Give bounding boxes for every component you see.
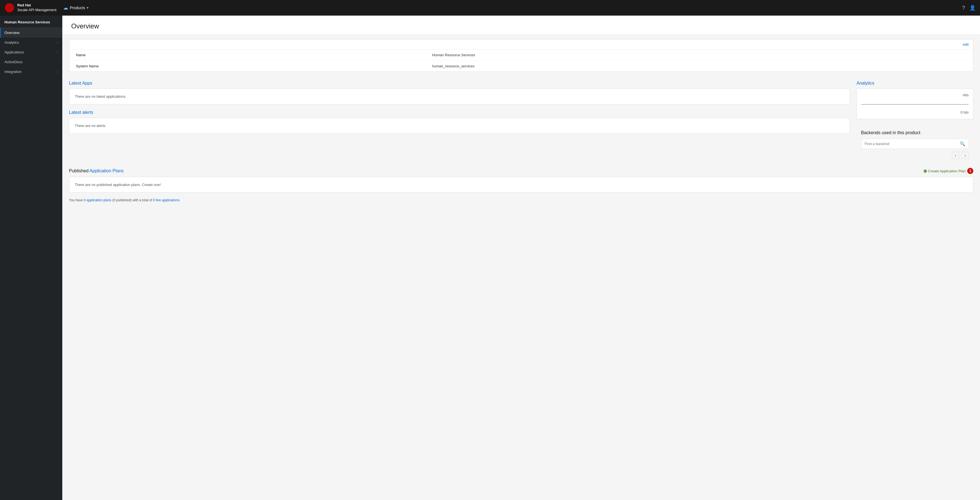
sidebar-item-activedocs[interactable]: ActiveDocs: [0, 57, 62, 67]
latest-alerts-empty: There are no alerts.: [75, 124, 844, 128]
hits-label: Hits: [861, 93, 969, 97]
two-col-section: Latest Apps There are no latest applicat…: [62, 76, 980, 168]
backend-pagination: ‹ ›: [861, 152, 969, 159]
analytics-link[interactable]: Analytics: [856, 81, 973, 86]
latest-apps-empty: There are no latest applications.: [75, 94, 844, 99]
plans-footer: You have 0 application plans (0 publishe…: [69, 198, 973, 202]
nav-left: Red Hat 3scale API Management ☁ Products…: [5, 3, 88, 13]
left-column: Latest Apps There are no latest applicat…: [69, 81, 850, 163]
sidebar-item-analytics[interactable]: Analytics ›: [0, 38, 62, 47]
live-apps-link[interactable]: 0 live applications: [153, 198, 179, 202]
plus-icon: ⊕: [923, 168, 927, 174]
backend-next-button[interactable]: ›: [961, 152, 969, 159]
sidebar-item-label: Applications: [5, 50, 24, 54]
chevron-right-icon: ›: [57, 41, 58, 45]
info-name-row: Name Human Resource Services: [69, 50, 973, 61]
backend-search-input[interactable]: [861, 139, 956, 148]
sidebar-item-overview[interactable]: Overview: [0, 28, 62, 38]
chevron-right-icon: ›: [57, 70, 58, 74]
name-value: Human Resource Services: [432, 53, 475, 57]
cloud-icon: ☁: [63, 5, 68, 11]
sidebar-product-name: Human Resource Services: [0, 16, 62, 28]
latest-apps-link[interactable]: Latest Apps: [69, 81, 850, 86]
products-label: Products: [70, 6, 85, 10]
analytics-section: Analytics Hits 0 hits: [856, 81, 973, 119]
sidebar-item-integration[interactable]: Integration ›: [0, 67, 62, 77]
app-plans-link[interactable]: 0 application plans: [84, 198, 111, 202]
right-column: Analytics Hits 0 hits Backends used in t…: [856, 81, 973, 163]
backend-search-container: 🔍: [861, 139, 969, 149]
plans-card: There are no published application plans…: [69, 177, 973, 193]
latest-alerts-link[interactable]: Latest alerts: [69, 110, 850, 115]
create-plan-label: Create Application Plan: [928, 169, 966, 173]
main-content: Overview edit Name Human Resource Servic…: [62, 16, 980, 500]
page-header: Overview: [62, 16, 980, 35]
plans-title-link[interactable]: Application Plans: [89, 168, 124, 173]
chevron-right-icon: ›: [57, 50, 58, 54]
sidebar: Human Resource Services Overview Analyti…: [0, 16, 62, 500]
nav-right: ? 👤: [962, 5, 975, 11]
backends-title: Backends used in this product: [861, 130, 969, 135]
analytics-chart: Hits 0 hits: [856, 88, 973, 119]
system-name-label: System Name: [76, 64, 432, 68]
plans-title: Published Application Plans: [69, 168, 124, 173]
redhat-logo-icon: [5, 3, 14, 13]
chart-line: [861, 104, 969, 105]
plans-actions: ⊕ Create Application Plan 1: [923, 168, 973, 174]
brand-logo: Red Hat 3scale API Management: [5, 3, 56, 13]
chevron-down-icon: ▾: [87, 6, 88, 10]
footer-prefix: You have: [69, 198, 84, 202]
notification-badge: 1: [967, 168, 973, 174]
latest-apps-card: There are no latest applications.: [69, 88, 850, 104]
system-name-value: human_resource_services: [432, 64, 474, 68]
backend-prev-button[interactable]: ‹: [952, 152, 959, 159]
create-plan-button[interactable]: ⊕ Create Application Plan: [923, 168, 966, 174]
info-table: edit Name Human Resource Services System…: [69, 39, 973, 72]
name-label: Name: [76, 53, 432, 57]
sidebar-item-label: Integration: [5, 70, 21, 74]
plans-empty: There are no published application plans…: [75, 183, 967, 187]
help-icon[interactable]: ?: [962, 5, 965, 11]
latest-alerts-card: There are no alerts.: [69, 118, 850, 134]
brand-name: Red Hat 3scale API Management: [17, 3, 56, 13]
page-title: Overview: [71, 22, 971, 30]
sidebar-item-label: ActiveDocs: [5, 60, 22, 64]
backends-section: Backends used in this product 🔍 ‹ ›: [856, 126, 973, 163]
backend-search-button[interactable]: 🔍: [956, 139, 969, 149]
plans-title-prefix: Published: [69, 168, 89, 173]
plans-header: Published Application Plans ⊕ Create App…: [69, 168, 973, 174]
sidebar-item-label: Analytics: [5, 40, 19, 45]
user-icon[interactable]: 👤: [969, 5, 975, 11]
info-system-name-row: System Name human_resource_services: [69, 61, 973, 72]
sidebar-item-label: Overview: [5, 30, 19, 35]
hits-count: 0 hits: [861, 110, 969, 114]
edit-link[interactable]: edit: [963, 42, 969, 46]
products-dropdown[interactable]: ☁ Products ▾: [63, 5, 88, 11]
info-table-header: edit: [69, 40, 973, 50]
plans-section: Published Application Plans ⊕ Create App…: [62, 168, 980, 206]
top-navigation: Red Hat 3scale API Management ☁ Products…: [0, 0, 980, 16]
footer-middle: (0 published) with a total of: [111, 198, 153, 202]
footer-suffix: .: [179, 198, 180, 202]
sidebar-item-applications[interactable]: Applications ›: [0, 47, 62, 57]
